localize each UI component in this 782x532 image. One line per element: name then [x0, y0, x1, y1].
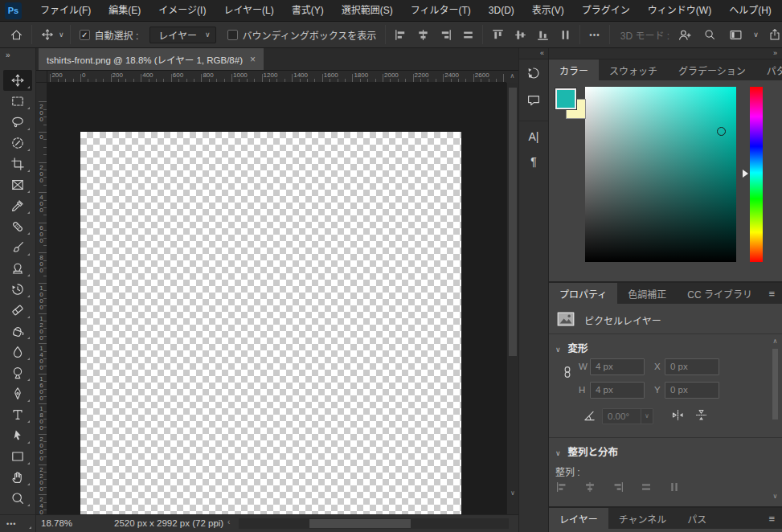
panel-menu-icon[interactable]: ≡ — [768, 508, 782, 529]
chevron-down-icon[interactable]: ∨ — [753, 31, 759, 39]
distribute-vertical-icon[interactable] — [556, 25, 574, 44]
document-tab[interactable]: tshirts-front.png @ 18.8% (レイヤー 1, RGB/8… — [39, 48, 264, 70]
menu-image[interactable]: イメージ(I) — [149, 1, 215, 21]
menu-layer[interactable]: レイヤー(L) — [215, 1, 282, 21]
tab-cc-libraries[interactable]: CC ライブラリ — [677, 283, 763, 304]
menu-view[interactable]: 表示(V) — [523, 1, 573, 21]
y-field[interactable]: 0 px — [665, 382, 719, 399]
scroll-down-arrow[interactable]: ∨ — [507, 489, 518, 497]
scrollbar-thumb[interactable] — [509, 88, 517, 356]
object-selection[interactable] — [3, 133, 32, 153]
scrollbar-thumb[interactable] — [772, 349, 778, 419]
align-bottom-edges-icon[interactable] — [534, 25, 551, 44]
tab-layers[interactable]: レイヤー — [549, 508, 608, 529]
tab-paths[interactable]: パス — [677, 508, 717, 529]
tab-channels[interactable]: チャンネル — [608, 508, 678, 529]
horizontal-ruler[interactable]: 2000200400600800100012001400160018002000… — [47, 71, 506, 83]
align-horizontal-centers-icon[interactable] — [414, 25, 432, 44]
zoom-level-field[interactable]: 18.78% — [41, 518, 72, 528]
more-options-button[interactable]: ••• — [586, 31, 604, 39]
menu-help[interactable]: ヘルプ(H) — [720, 1, 780, 21]
horizontal-scrollbar[interactable] — [239, 518, 509, 529]
chevron-down-icon[interactable]: ∨ — [59, 31, 64, 39]
menu-edit[interactable]: 編集(E) — [100, 1, 149, 21]
align-section-header[interactable]: ∨整列と分布 — [555, 444, 618, 459]
link-dimensions-icon[interactable] — [560, 365, 575, 379]
history-panel-icon[interactable] — [519, 59, 548, 87]
tab-color[interactable]: カラー — [549, 59, 599, 80]
vertical-scrollbar[interactable]: ∨ — [506, 83, 518, 514]
rotate-angle-field[interactable]: 0.00° ∨ — [602, 408, 653, 424]
crop[interactable] — [3, 153, 32, 174]
foreground-color-swatch[interactable] — [555, 88, 576, 109]
hand[interactable] — [3, 467, 32, 488]
auto-select-checkbox[interactable]: ✓ — [80, 30, 90, 40]
scroll-up-arrow[interactable]: ∧ — [506, 71, 518, 83]
tab-gradients[interactable]: グラデーション — [668, 59, 756, 80]
ruler-origin-corner[interactable] — [36, 71, 47, 83]
share-for-review-icon[interactable] — [674, 25, 694, 44]
scroll-down-arrow[interactable]: ∨ — [771, 493, 780, 500]
lasso[interactable] — [3, 112, 32, 133]
distribute-horizontal-icon[interactable] — [640, 481, 653, 493]
tab-adjustments[interactable]: 色調補正 — [617, 283, 677, 304]
close-tab-icon[interactable]: × — [250, 54, 256, 65]
edit-toolbar-button[interactable]: ••• — [0, 514, 35, 532]
move[interactable] — [3, 70, 32, 91]
menu-window[interactable]: ウィンドウ(W) — [639, 1, 720, 21]
panel-menu-icon[interactable]: ≡ — [768, 283, 782, 304]
align-left-edges-icon[interactable] — [391, 25, 409, 44]
comments-panel-icon[interactable] — [519, 87, 548, 114]
bounding-box-checkbox[interactable]: ✓ — [227, 30, 238, 40]
history-brush[interactable] — [3, 279, 32, 300]
menu-3d[interactable]: 3D(D) — [480, 1, 523, 21]
search-icon[interactable] — [700, 25, 719, 44]
distribute-horizontal-icon[interactable] — [459, 25, 477, 44]
align-right-edges-icon[interactable] — [436, 25, 454, 44]
chevron-down-icon[interactable]: ∨ — [641, 409, 653, 424]
target-select[interactable]: レイヤー ∨ — [149, 27, 215, 43]
distribute-vertical-icon[interactable] — [668, 481, 681, 493]
flip-horizontal-icon[interactable] — [671, 408, 685, 422]
photoshop-logo[interactable]: Ps — [5, 2, 22, 19]
hue-slider[interactable] — [750, 87, 763, 262]
frame[interactable] — [3, 174, 32, 195]
zoom-tool[interactable] — [3, 488, 32, 509]
brush[interactable] — [3, 237, 32, 258]
rectangular-marquee[interactable] — [3, 91, 32, 112]
scroll-left-arrow[interactable]: ‹ — [227, 518, 230, 526]
width-field[interactable]: 4 px — [590, 358, 645, 375]
blur[interactable] — [3, 342, 32, 362]
document-transparency-grid[interactable] — [80, 132, 461, 514]
paint-bucket[interactable] — [3, 321, 32, 342]
current-tool-icon[interactable] — [38, 25, 57, 44]
pen[interactable] — [3, 383, 32, 404]
transform-section-header[interactable]: ∨変形 — [555, 340, 588, 355]
tab-patterns[interactable]: パターン — [756, 59, 782, 80]
collapse-panels-icon[interactable]: » — [549, 48, 782, 59]
character-panel-icon[interactable]: A| — [519, 121, 548, 148]
eraser[interactable] — [3, 300, 32, 321]
tab-properties[interactable]: プロパティ — [549, 283, 617, 304]
x-field[interactable]: 0 px — [665, 358, 719, 375]
color-sample-marker[interactable] — [717, 127, 726, 136]
saturation-brightness-field[interactable] — [585, 87, 736, 262]
menu-file[interactable]: ファイル(F) — [31, 1, 100, 21]
align-left-edges-icon[interactable] — [555, 481, 568, 493]
scroll-up-arrow[interactable]: ∧ — [771, 338, 780, 345]
rectangle[interactable] — [3, 446, 32, 467]
spot-healing-brush[interactable] — [3, 216, 32, 237]
tab-swatches[interactable]: スウォッチ — [599, 59, 668, 80]
path-selection[interactable] — [3, 425, 32, 446]
share-icon[interactable] — [765, 25, 782, 44]
type-tool[interactable] — [3, 404, 32, 425]
toolbar-expand-icon[interactable]: » — [0, 48, 35, 62]
status-expand-icon[interactable]: › — [213, 518, 216, 527]
dodge[interactable] — [3, 362, 32, 383]
canvas[interactable] — [47, 83, 506, 514]
menu-select[interactable]: 選択範囲(S) — [333, 1, 402, 21]
menu-type[interactable]: 書式(Y) — [283, 1, 333, 21]
align-vertical-centers-icon[interactable] — [511, 25, 529, 44]
eyedropper[interactable] — [3, 195, 32, 216]
align-horizontal-centers-icon[interactable] — [583, 481, 596, 493]
